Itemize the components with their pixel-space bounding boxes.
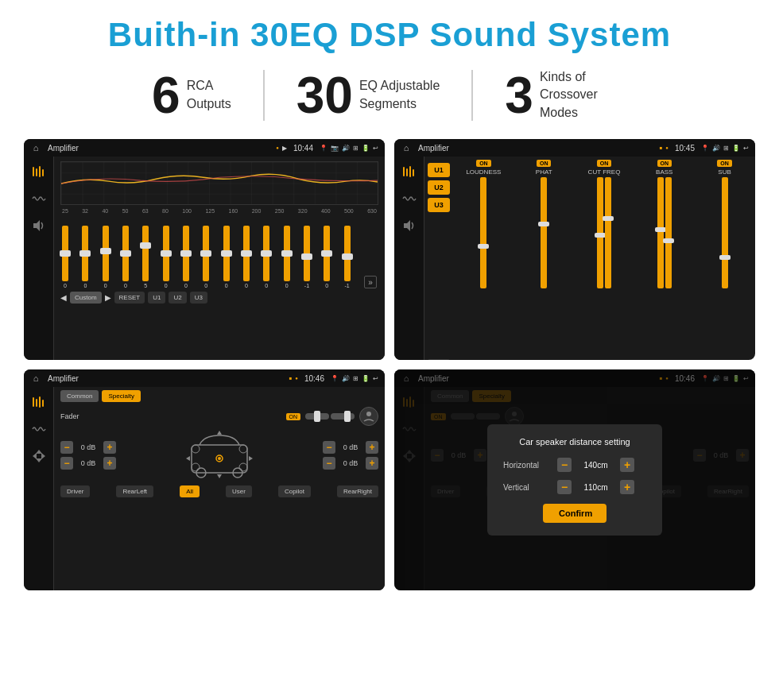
eq-slider-14[interactable]: 0 xyxy=(324,226,330,288)
eq-sidebar-speaker[interactable] xyxy=(30,217,48,234)
eq-prev-btn[interactable]: ◀ xyxy=(60,293,67,302)
eq-slider-7[interactable]: 0 xyxy=(183,226,189,288)
right-vol-minus-2[interactable]: − xyxy=(323,457,335,470)
eq-title: Amplifier xyxy=(48,144,269,153)
bass-label: BASS xyxy=(656,168,672,176)
rearright-btn[interactable]: RearRight xyxy=(337,485,378,497)
eq-topbar: ⌂ Amplifier ● ▶ 10:44 📍 📷 🔊 ⊞ 🔋 ↩ xyxy=(24,139,385,157)
driver-btn[interactable]: Driver xyxy=(60,485,90,497)
cutfreq-label: CUT FREQ xyxy=(588,168,621,176)
eq-expand[interactable]: » xyxy=(364,276,377,288)
eq-slider-8[interactable]: 0 xyxy=(203,226,209,288)
vol-icon-2: 🔊 xyxy=(712,145,720,152)
eq-slider-4[interactable]: 0 xyxy=(122,226,129,288)
eq-u3-btn[interactable]: U3 xyxy=(190,292,207,304)
eq-bottom-bar: ◀ Custom ▶ RESET U1 U2 U3 xyxy=(60,292,378,304)
home-icon-2[interactable]: ⌂ xyxy=(401,142,412,153)
left-vol-plus-2[interactable]: + xyxy=(103,457,116,470)
user-btn[interactable]: User xyxy=(226,485,252,497)
eq-content: 25 32 40 50 63 80 100 125 160 200 250 32… xyxy=(24,157,385,360)
u3-btn[interactable]: U3 xyxy=(428,198,450,212)
right-vol-minus-1[interactable]: − xyxy=(323,441,335,454)
eq-slider-13[interactable]: -1 xyxy=(304,226,310,288)
confirm-button[interactable]: Confirm xyxy=(543,504,607,523)
svg-rect-12 xyxy=(36,399,37,407)
right-vol-value-2: 0 dB xyxy=(339,459,362,467)
cross-reset-btn[interactable]: RESET xyxy=(428,356,450,360)
reset-label[interactable]: RESET xyxy=(428,359,450,360)
phat-on[interactable]: ON xyxy=(537,160,552,167)
stat-rca: 6 RCAOutputs xyxy=(120,70,265,121)
common-tab[interactable]: Common xyxy=(60,390,99,402)
eq-slider-10[interactable]: 0 xyxy=(243,226,250,288)
left-vol-plus-1[interactable]: + xyxy=(103,441,116,454)
back-icon[interactable]: ↩ xyxy=(373,145,378,152)
svg-marker-17 xyxy=(33,453,37,459)
all-btn[interactable]: All xyxy=(180,485,200,497)
loudness-on[interactable]: ON xyxy=(476,160,491,167)
vol-icon-3: 🔊 xyxy=(342,375,350,382)
horizontal-value: 140cm xyxy=(578,461,614,470)
fader-on-badge[interactable]: ON xyxy=(286,413,301,420)
stat-number-eq: 30 xyxy=(296,70,353,121)
right-vol-plus-2[interactable]: + xyxy=(366,457,378,470)
svg-rect-9 xyxy=(413,169,414,176)
fader-sidebar-eq[interactable] xyxy=(30,393,48,411)
left-vol-minus-2[interactable]: − xyxy=(60,457,73,470)
left-vol-minus-1[interactable]: − xyxy=(60,441,73,454)
svg-rect-13 xyxy=(39,396,41,408)
cross-sidebar-wave[interactable] xyxy=(401,190,418,207)
phat-channel: ON PHAT xyxy=(515,160,573,360)
specialty-tab[interactable]: Specialty xyxy=(102,390,140,402)
cross-sidebar-eq[interactable] xyxy=(401,163,418,180)
page-container: Buith-in 30EQ DSP Sound System 6 RCAOutp… xyxy=(0,0,779,700)
fader-sidebar-arrows[interactable] xyxy=(30,447,48,465)
dot2: ● xyxy=(665,145,669,150)
eq-custom-btn[interactable]: Custom xyxy=(70,292,102,304)
rearleft-btn[interactable]: RearLeft xyxy=(116,485,153,497)
svg-rect-14 xyxy=(42,400,44,407)
eq-slider-3[interactable]: 0 xyxy=(103,226,109,288)
right-vol-value-1: 0 dB xyxy=(339,443,362,451)
svg-rect-2 xyxy=(39,166,41,177)
eq-slider-11[interactable]: 0 xyxy=(263,226,269,288)
eq-slider-15[interactable]: -1 xyxy=(344,226,351,288)
u1-btn[interactable]: U1 xyxy=(428,163,450,177)
loudness-channel: ON LOUDNESS xyxy=(455,160,513,360)
right-vol-row-1: − 0 dB + xyxy=(323,441,378,454)
fader-sidebar-wave[interactable] xyxy=(30,420,48,438)
right-vol-plus-1[interactable]: + xyxy=(366,441,378,454)
eq-sidebar-eq[interactable] xyxy=(30,163,48,180)
home-icon-3[interactable]: ⌂ xyxy=(30,373,41,384)
bass-channel: ON BASS xyxy=(635,160,693,360)
main-title: Buith-in 30EQ DSP Sound System xyxy=(24,16,755,54)
fader-profile-icon[interactable] xyxy=(359,407,378,426)
cross-sidebar-speaker[interactable] xyxy=(401,217,418,234)
sub-label: SUB xyxy=(718,168,731,176)
eq-u2-btn[interactable]: U2 xyxy=(169,292,186,304)
eq-u1-btn[interactable]: U1 xyxy=(148,292,165,304)
eq-sidebar-wave[interactable] xyxy=(30,190,48,207)
eq-slider-1[interactable]: 0 xyxy=(62,226,68,288)
vertical-plus[interactable]: + xyxy=(620,480,634,494)
eq-reset-btn[interactable]: RESET xyxy=(114,292,145,304)
cross-status-icons: ■ ● xyxy=(660,145,669,150)
sub-on[interactable]: ON xyxy=(717,160,732,167)
eq-slider-6[interactable]: 0 xyxy=(163,226,169,288)
eq-slider-9[interactable]: 0 xyxy=(223,226,230,288)
eq-slider-5[interactable]: 5 xyxy=(142,226,149,288)
eq-slider-12[interactable]: 0 xyxy=(284,226,290,288)
cutfreq-on[interactable]: ON xyxy=(597,160,612,167)
bass-on[interactable]: ON xyxy=(657,160,672,167)
fader-header-row: Fader ON xyxy=(60,407,378,426)
horizontal-minus[interactable]: − xyxy=(557,458,572,472)
vertical-minus[interactable]: − xyxy=(557,480,572,494)
eq-slider-2[interactable]: 0 xyxy=(82,226,88,288)
horizontal-plus[interactable]: + xyxy=(620,458,634,472)
back-icon-2[interactable]: ↩ xyxy=(743,145,749,152)
back-icon-3[interactable]: ↩ xyxy=(373,375,378,382)
home-icon[interactable]: ⌂ xyxy=(30,142,41,153)
u2-btn[interactable]: U2 xyxy=(428,180,450,195)
eq-next-btn[interactable]: ▶ xyxy=(105,293,111,302)
copilot-btn[interactable]: Copilot xyxy=(278,485,311,497)
